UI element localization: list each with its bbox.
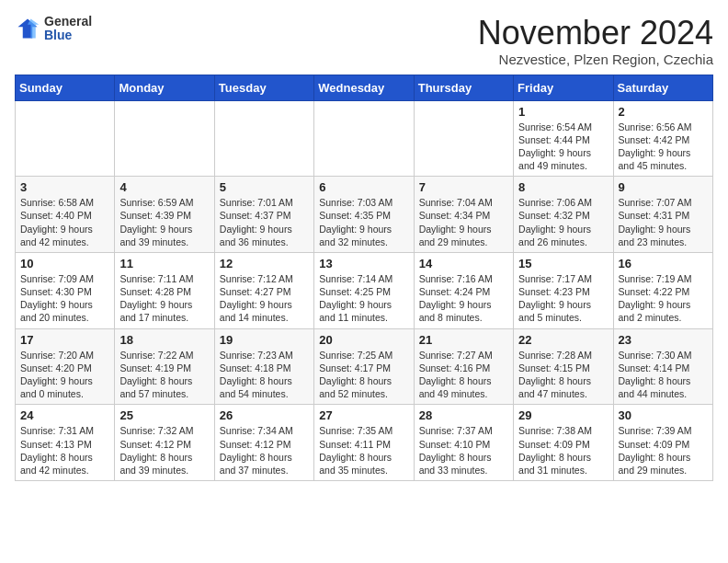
day-number: 9 xyxy=(619,180,708,194)
day-number: 12 xyxy=(220,257,309,270)
day-number: 18 xyxy=(119,333,209,347)
day-number: 22 xyxy=(518,333,608,347)
logo-text: General Blue xyxy=(44,15,92,43)
calendar-cell: 19Sunrise: 7:23 AM Sunset: 4:18 PM Dayli… xyxy=(214,328,313,405)
day-info: Sunrise: 7:07 AM Sunset: 4:31 PM Dayligh… xyxy=(619,196,708,248)
calendar-cell: 12Sunrise: 7:12 AM Sunset: 4:27 PM Dayli… xyxy=(214,252,313,328)
day-number: 6 xyxy=(319,180,408,194)
header: General Blue November 2024 Nezvestice, P… xyxy=(15,15,713,67)
calendar-cell xyxy=(314,100,414,177)
calendar-cell: 25Sunrise: 7:32 AM Sunset: 4:12 PM Dayli… xyxy=(115,405,214,481)
day-info: Sunrise: 7:28 AM Sunset: 4:15 PM Dayligh… xyxy=(518,349,608,401)
calendar-cell: 5Sunrise: 7:01 AM Sunset: 4:37 PM Daylig… xyxy=(214,177,313,253)
day-info: Sunrise: 7:14 AM Sunset: 4:25 PM Dayligh… xyxy=(319,272,408,325)
calendar-cell: 7Sunrise: 7:04 AM Sunset: 4:34 PM Daylig… xyxy=(414,177,513,253)
day-info: Sunrise: 6:54 AM Sunset: 4:44 PM Dayligh… xyxy=(518,121,608,173)
calendar-cell: 26Sunrise: 7:34 AM Sunset: 4:12 PM Dayli… xyxy=(214,405,313,481)
calendar-cell: 2Sunrise: 6:56 AM Sunset: 4:42 PM Daylig… xyxy=(613,100,712,177)
calendar-cell: 10Sunrise: 7:09 AM Sunset: 4:30 PM Dayli… xyxy=(16,252,115,328)
day-info: Sunrise: 7:20 AM Sunset: 4:20 PM Dayligh… xyxy=(20,349,109,401)
calendar-cell: 27Sunrise: 7:35 AM Sunset: 4:11 PM Dayli… xyxy=(314,405,414,481)
day-number: 27 xyxy=(319,408,408,422)
day-number: 17 xyxy=(20,333,109,347)
day-number: 21 xyxy=(419,333,508,347)
day-number: 2 xyxy=(619,105,708,119)
calendar-cell: 16Sunrise: 7:19 AM Sunset: 4:22 PM Dayli… xyxy=(613,252,712,328)
logo-general-label: General xyxy=(44,15,92,29)
location-subtitle: Nezvestice, Plzen Region, Czechia xyxy=(478,52,713,67)
calendar-cell xyxy=(16,100,115,177)
day-info: Sunrise: 6:59 AM Sunset: 4:39 PM Dayligh… xyxy=(119,196,209,248)
day-number: 24 xyxy=(20,408,109,422)
calendar-cell: 29Sunrise: 7:38 AM Sunset: 4:09 PM Dayli… xyxy=(514,405,613,481)
day-number: 15 xyxy=(518,257,608,270)
calendar-cell xyxy=(214,100,313,177)
calendar-cell: 24Sunrise: 7:31 AM Sunset: 4:13 PM Dayli… xyxy=(16,405,115,481)
day-info: Sunrise: 7:35 AM Sunset: 4:11 PM Dayligh… xyxy=(319,424,408,477)
header-day-thursday: Thursday xyxy=(414,75,513,100)
day-number: 19 xyxy=(220,333,309,347)
week-row-3: 10Sunrise: 7:09 AM Sunset: 4:30 PM Dayli… xyxy=(16,252,713,328)
week-row-2: 3Sunrise: 6:58 AM Sunset: 4:40 PM Daylig… xyxy=(16,177,713,253)
calendar-cell: 8Sunrise: 7:06 AM Sunset: 4:32 PM Daylig… xyxy=(514,177,613,253)
day-info: Sunrise: 7:01 AM Sunset: 4:37 PM Dayligh… xyxy=(220,196,309,248)
calendar-cell: 22Sunrise: 7:28 AM Sunset: 4:15 PM Dayli… xyxy=(514,328,613,405)
day-number: 14 xyxy=(419,257,508,270)
calendar-cell: 6Sunrise: 7:03 AM Sunset: 4:35 PM Daylig… xyxy=(314,177,414,253)
day-info: Sunrise: 7:34 AM Sunset: 4:12 PM Dayligh… xyxy=(220,424,309,477)
day-number: 16 xyxy=(619,257,708,270)
day-number: 20 xyxy=(319,333,408,347)
day-number: 13 xyxy=(319,257,408,270)
calendar-cell: 9Sunrise: 7:07 AM Sunset: 4:31 PM Daylig… xyxy=(613,177,712,253)
day-info: Sunrise: 7:04 AM Sunset: 4:34 PM Dayligh… xyxy=(419,196,508,248)
header-day-monday: Monday xyxy=(115,75,214,100)
day-info: Sunrise: 7:37 AM Sunset: 4:10 PM Dayligh… xyxy=(419,424,508,477)
day-info: Sunrise: 7:12 AM Sunset: 4:27 PM Dayligh… xyxy=(220,272,309,325)
day-number: 10 xyxy=(20,257,109,270)
day-info: Sunrise: 7:30 AM Sunset: 4:14 PM Dayligh… xyxy=(619,349,708,401)
day-info: Sunrise: 7:09 AM Sunset: 4:30 PM Dayligh… xyxy=(20,272,109,325)
day-info: Sunrise: 7:22 AM Sunset: 4:19 PM Dayligh… xyxy=(119,349,209,401)
day-info: Sunrise: 7:23 AM Sunset: 4:18 PM Dayligh… xyxy=(220,349,309,401)
week-row-1: 1Sunrise: 6:54 AM Sunset: 4:44 PM Daylig… xyxy=(16,100,713,177)
day-number: 29 xyxy=(518,408,608,422)
calendar-cell: 1Sunrise: 6:54 AM Sunset: 4:44 PM Daylig… xyxy=(514,100,613,177)
calendar-header-row: SundayMondayTuesdayWednesdayThursdayFrid… xyxy=(16,75,713,100)
calendar-cell: 18Sunrise: 7:22 AM Sunset: 4:19 PM Dayli… xyxy=(115,328,214,405)
calendar-cell: 15Sunrise: 7:17 AM Sunset: 4:23 PM Dayli… xyxy=(514,252,613,328)
day-info: Sunrise: 7:11 AM Sunset: 4:28 PM Dayligh… xyxy=(119,272,209,325)
day-number: 26 xyxy=(220,408,309,422)
day-info: Sunrise: 6:56 AM Sunset: 4:42 PM Dayligh… xyxy=(619,121,708,173)
day-info: Sunrise: 7:25 AM Sunset: 4:17 PM Dayligh… xyxy=(319,349,408,401)
header-day-wednesday: Wednesday xyxy=(314,75,414,100)
day-number: 3 xyxy=(20,180,109,194)
calendar-cell: 28Sunrise: 7:37 AM Sunset: 4:10 PM Dayli… xyxy=(414,405,513,481)
day-info: Sunrise: 7:16 AM Sunset: 4:24 PM Dayligh… xyxy=(419,272,508,325)
header-day-tuesday: Tuesday xyxy=(214,75,313,100)
logo: General Blue xyxy=(15,15,92,43)
day-info: Sunrise: 7:31 AM Sunset: 4:13 PM Dayligh… xyxy=(20,424,109,477)
day-info: Sunrise: 7:06 AM Sunset: 4:32 PM Dayligh… xyxy=(518,196,608,248)
calendar-cell: 13Sunrise: 7:14 AM Sunset: 4:25 PM Dayli… xyxy=(314,252,414,328)
header-day-sunday: Sunday xyxy=(16,75,115,100)
day-info: Sunrise: 7:17 AM Sunset: 4:23 PM Dayligh… xyxy=(518,272,608,325)
day-number: 25 xyxy=(119,408,209,422)
month-title: November 2024 xyxy=(478,15,713,52)
logo-icon xyxy=(15,16,40,41)
day-number: 23 xyxy=(619,333,708,347)
calendar-cell xyxy=(414,100,513,177)
calendar-cell: 21Sunrise: 7:27 AM Sunset: 4:16 PM Dayli… xyxy=(414,328,513,405)
day-number: 30 xyxy=(619,408,708,422)
calendar-cell: 11Sunrise: 7:11 AM Sunset: 4:28 PM Dayli… xyxy=(115,252,214,328)
day-info: Sunrise: 7:32 AM Sunset: 4:12 PM Dayligh… xyxy=(119,424,209,477)
calendar-cell: 30Sunrise: 7:39 AM Sunset: 4:09 PM Dayli… xyxy=(613,405,712,481)
calendar-cell: 23Sunrise: 7:30 AM Sunset: 4:14 PM Dayli… xyxy=(613,328,712,405)
calendar-cell: 20Sunrise: 7:25 AM Sunset: 4:17 PM Dayli… xyxy=(314,328,414,405)
day-info: Sunrise: 6:58 AM Sunset: 4:40 PM Dayligh… xyxy=(20,196,109,248)
calendar-cell: 14Sunrise: 7:16 AM Sunset: 4:24 PM Dayli… xyxy=(414,252,513,328)
day-info: Sunrise: 7:39 AM Sunset: 4:09 PM Dayligh… xyxy=(619,424,708,477)
week-row-4: 17Sunrise: 7:20 AM Sunset: 4:20 PM Dayli… xyxy=(16,328,713,405)
day-number: 4 xyxy=(119,180,209,194)
calendar-cell: 17Sunrise: 7:20 AM Sunset: 4:20 PM Dayli… xyxy=(16,328,115,405)
day-number: 7 xyxy=(419,180,508,194)
